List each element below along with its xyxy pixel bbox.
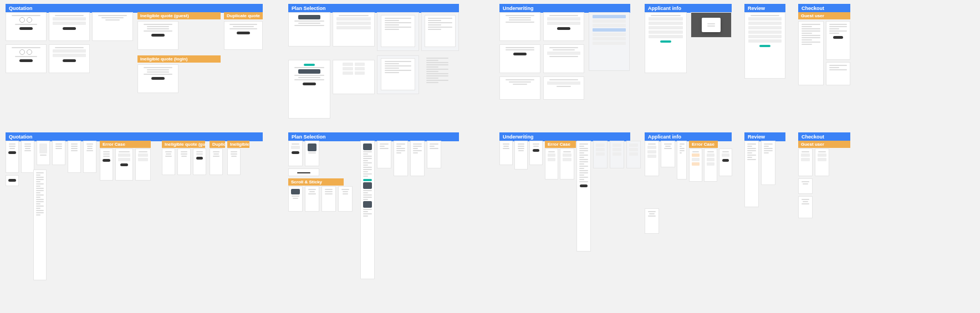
m-app-err-2[interactable] [704,148,717,182]
m-checkout-4[interactable] [798,196,813,218]
m-uw-panel-3[interactable] [626,141,641,168]
m-quote-1[interactable] [6,141,19,173]
subheader-ineligible-guest-1: Ineligible quote (guest) [137,12,221,19]
screen-uw-4[interactable] [543,44,584,73]
m-app-2[interactable] [661,141,675,167]
screen-uw-panel[interactable] [589,12,630,71]
m-app-err-3[interactable] [719,148,732,176]
screen-uw-3[interactable] [499,44,540,73]
header-review-1: Review [744,4,785,13]
header-applicant-2: Applicant info [645,132,732,141]
m-review-2[interactable] [761,141,775,185]
subheader-guest-2: Guest user [798,141,850,148]
m-plan-a2[interactable] [305,141,319,166]
screen-ineligible-guest[interactable] [137,21,178,50]
m-quote-4[interactable] [52,141,65,165]
m-plan-btn[interactable] [288,168,319,176]
header-underwriting-2: Underwriting [499,132,630,141]
screen-uw-2[interactable] [543,12,584,41]
m-app-4[interactable] [645,208,659,234]
screen-quote-3[interactable] [92,12,133,41]
m-quote-err-1[interactable] [100,148,113,181]
m-inelog-1[interactable] [227,148,241,175]
screen-plan-2[interactable] [333,12,375,47]
m-plan-a1[interactable] [288,141,303,166]
header-review-2: Review [744,132,785,141]
screen-quote-1[interactable] [6,12,47,41]
screen-uw-5[interactable] [499,76,540,100]
screen-plan-textcol[interactable] [423,55,451,116]
m-checkout-2[interactable] [815,148,829,176]
header-plan-selection-2: Plan Selection [288,132,459,141]
subheader-error-quote: Error Case [100,141,151,148]
m-plan-ss-3[interactable] [321,186,336,212]
m-ineg-3[interactable] [193,148,206,175]
m-plan-b4[interactable] [427,141,441,168]
m-uw-err-2[interactable] [560,148,574,179]
m-app-1[interactable] [645,141,659,176]
header-underwriting-1: Underwriting [499,4,630,13]
m-plan-b2[interactable] [394,141,408,176]
screen-plan-1[interactable] [288,12,330,47]
m-app-err-1[interactable] [689,148,702,182]
screen-quote-4[interactable] [6,44,47,73]
screen-uw-1[interactable] [499,12,540,41]
m-uw-long-1[interactable] [576,141,591,252]
screen-duplicate[interactable] [224,21,263,50]
m-review-1[interactable] [744,141,759,207]
screen-checkout-3[interactable] [826,62,850,85]
m-plan-ss-2[interactable] [305,186,319,212]
screen-checkout-2[interactable] [826,21,850,60]
subheader-ineligible-login-2: Ineligible quote (login) [227,141,249,148]
m-quote-2[interactable] [21,141,34,173]
m-ineg-2[interactable] [177,148,191,175]
screen-ineligible-login[interactable] [137,64,178,93]
m-quote-err-2[interactable] [115,148,133,181]
m-app-3[interactable] [677,141,687,179]
m-uw-2[interactable] [514,141,528,170]
wireframe-canvas[interactable]: Quotation Ineligible quote (guest) Dupli… [0,0,980,313]
m-quote-6[interactable] [83,141,96,173]
m-quote-5[interactable] [68,141,81,173]
m-uw-1[interactable] [499,141,513,165]
screen-plan-doc-1[interactable] [377,12,419,51]
m-quote-err-3[interactable] [135,148,151,181]
m-uw-3[interactable] [529,141,543,165]
m-plan-long-1[interactable] [360,141,375,279]
screen-plan-doc-2[interactable] [421,12,459,51]
m-checkout-1[interactable] [798,148,813,176]
m-quote-1b[interactable] [6,175,19,186]
screen-plan-4[interactable] [333,60,375,94]
m-uw-err-1[interactable] [545,148,558,179]
subheader-error-uw: Error Case [545,141,576,148]
m-plan-b3[interactable] [410,141,425,176]
m-plan-ss-1[interactable] [288,186,303,212]
screen-review-1[interactable] [744,12,785,79]
screen-applicant-modal[interactable] [691,12,732,38]
m-plan-ss-4[interactable] [338,186,353,212]
screen-applicant-1[interactable] [645,12,687,73]
subheader-duplicate-2: Duplicate [210,141,225,148]
screen-uw-6[interactable] [543,76,584,100]
subheader-ineligible-guest-2: Ineligible quote (guest) [162,141,205,148]
m-quote-long[interactable] [33,170,47,280]
header-quotation-1: Quotation [6,4,263,13]
header-plan-selection-1: Plan Selection [288,4,459,13]
m-checkout-3[interactable] [798,178,813,194]
screen-checkout-1[interactable] [798,21,824,85]
header-applicant-1: Applicant info [645,4,732,13]
header-checkout-2: Checkout [798,132,850,141]
m-uw-panel-1[interactable] [593,141,608,168]
m-plan-b1[interactable] [377,141,391,168]
subheader-guest-1: Guest user [798,12,850,19]
m-quote-3[interactable] [37,141,50,165]
m-dup-1[interactable] [210,148,223,175]
screen-quote-2[interactable] [49,12,90,41]
screen-plan-3[interactable] [288,60,330,119]
m-ineg-1[interactable] [162,148,175,175]
m-uw-panel-2[interactable] [610,141,624,168]
screen-quote-5[interactable] [49,44,90,73]
header-quotation-2: Quotation [6,132,263,141]
header-checkout-1: Checkout [798,4,850,13]
screen-plan-doc-3[interactable] [377,55,419,94]
